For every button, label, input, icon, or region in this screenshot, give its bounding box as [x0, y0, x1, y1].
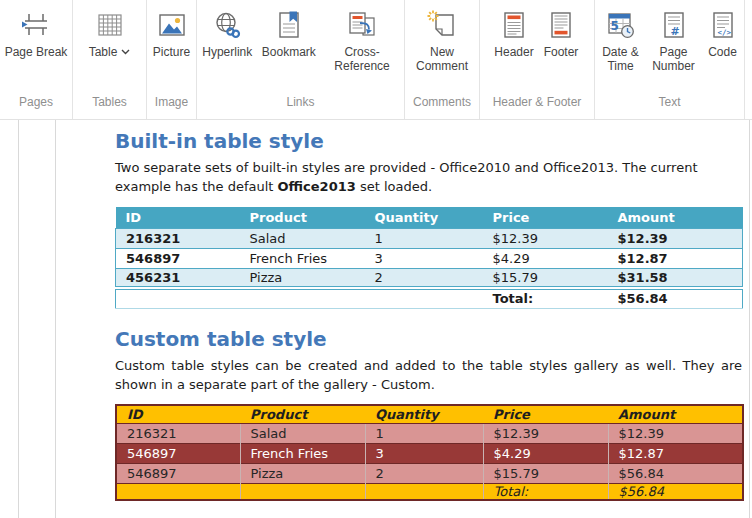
code-button[interactable]: </> Code — [703, 7, 743, 59]
table-cell[interactable]: $12.39 — [608, 424, 743, 444]
total-label-cell[interactable]: Total: — [483, 288, 608, 308]
header-icon — [498, 9, 530, 41]
code-icon: </> — [707, 9, 739, 41]
page-right-edge — [749, 120, 750, 518]
table-cell[interactable]: $4.29 — [483, 444, 608, 464]
header-cell-quantity[interactable]: Quantity — [365, 405, 483, 424]
svg-text:5: 5 — [610, 19, 618, 33]
ribbon-group-text: 5 Date & Time # Page Number — [595, 0, 745, 119]
custom-paragraph[interactable]: Custom table styles can be created and a… — [115, 356, 742, 394]
code-label: Code — [708, 45, 737, 59]
builtin-paragraph[interactable]: Two separate sets of built-in styles are… — [115, 158, 742, 196]
table-cell[interactable]: 1 — [365, 424, 483, 444]
bookmark-button[interactable]: Bookmark — [260, 7, 319, 59]
page-break-button[interactable]: Page Break — [3, 7, 69, 59]
cross-reference-button[interactable]: Cross-Reference — [320, 7, 404, 73]
hyperlink-label: Hyperlink — [202, 45, 252, 59]
picture-button[interactable]: Picture — [149, 7, 195, 59]
table-cell[interactable]: 456231 — [116, 268, 240, 288]
new-comment-button[interactable]: New Comment — [410, 7, 474, 73]
header-cell-price[interactable]: Price — [483, 405, 608, 424]
table-cell[interactable]: 3 — [365, 248, 483, 268]
table-cell[interactable]: $15.79 — [483, 268, 608, 288]
footer-button[interactable]: Footer — [539, 7, 583, 59]
table-cell[interactable]: Salad — [240, 424, 365, 444]
table-cell[interactable] — [116, 288, 240, 308]
table-cell[interactable] — [240, 484, 365, 501]
table-cell[interactable]: $56.84 — [608, 464, 743, 484]
page-content[interactable]: Built-in table style Two separate sets o… — [115, 128, 742, 501]
header-cell-id[interactable]: ID — [116, 207, 240, 228]
total-label-cell[interactable]: Total: — [483, 484, 608, 501]
builtin-section-heading[interactable]: Built-in table style — [115, 128, 742, 154]
table-cell[interactable] — [116, 484, 240, 501]
cross-reference-icon — [346, 9, 378, 41]
hyperlink-button[interactable]: Hyperlink — [197, 7, 258, 59]
table-label: Table — [89, 45, 118, 59]
table-cell[interactable]: 216321 — [116, 424, 240, 444]
custom-style-table[interactable]: ID Product Quantity Price Amount 216321 … — [115, 404, 744, 502]
total-value-cell[interactable]: $56.84 — [608, 484, 743, 501]
header-button[interactable]: Header — [491, 7, 537, 59]
table-icon — [94, 9, 126, 41]
table-cell[interactable]: $12.39 — [608, 228, 743, 248]
table-cell[interactable]: 546897 — [116, 464, 240, 484]
table-cell[interactable]: $12.87 — [608, 444, 743, 464]
table-cell[interactable]: $31.58 — [608, 268, 743, 288]
header-cell-price[interactable]: Price — [483, 207, 608, 228]
table-cell[interactable]: 2 — [365, 268, 483, 288]
table-cell[interactable]: 2 — [365, 464, 483, 484]
page-break-icon — [20, 9, 52, 41]
total-value-cell[interactable]: $56.84 — [608, 288, 743, 308]
table-cell[interactable]: Pizza — [240, 464, 365, 484]
ribbon-group-header-footer: Header Footer Header & Footer — [480, 0, 595, 119]
table-dropdown-button[interactable]: Table — [81, 7, 139, 59]
header-cell-amount[interactable]: Amount — [608, 207, 743, 228]
header-cell-product[interactable]: Product — [240, 207, 365, 228]
ribbon-group-tables: Table Tables — [73, 0, 147, 119]
table-cell[interactable] — [365, 288, 483, 308]
header-cell-product[interactable]: Product — [240, 405, 365, 424]
header-cell-id[interactable]: ID — [116, 405, 240, 424]
table-cell[interactable]: $12.39 — [483, 424, 608, 444]
date-time-button[interactable]: 5 Date & Time — [597, 7, 645, 73]
table-cell[interactable]: 546897 — [116, 248, 240, 268]
table-cell[interactable]: Pizza — [240, 268, 365, 288]
table-cell[interactable]: $12.87 — [608, 248, 743, 268]
table-cell[interactable]: 216321 — [116, 228, 240, 248]
table-cell[interactable]: Salad — [240, 228, 365, 248]
table-cell[interactable]: $15.79 — [483, 464, 608, 484]
ribbon-group-pages: Page Break Pages — [0, 0, 73, 119]
builtin-paragraph-end: set loaded. — [356, 179, 432, 194]
group-label-header-footer: Header & Footer — [480, 91, 594, 119]
footer-icon — [545, 9, 577, 41]
ribbon: Page Break Pages Table — [0, 0, 752, 120]
table-cell[interactable]: French Fries — [240, 444, 365, 464]
table-cell[interactable]: 1 — [365, 228, 483, 248]
table-cell[interactable]: 546897 — [116, 444, 240, 464]
page-break-label: Page Break — [5, 45, 68, 59]
header-cell-amount[interactable]: Amount — [608, 405, 743, 424]
table-cell[interactable]: $4.29 — [483, 248, 608, 268]
date-time-icon: 5 — [605, 9, 637, 41]
table-cell[interactable] — [240, 288, 365, 308]
custom-section-heading[interactable]: Custom table style — [115, 326, 742, 352]
svg-text:</>: </> — [717, 28, 731, 37]
page-number-label: Page Number — [647, 45, 701, 73]
table-cell[interactable]: $12.39 — [483, 228, 608, 248]
ribbon-group-links: Hyperlink Bookmark — [197, 0, 405, 119]
document-area[interactable]: Built-in table style Two separate sets o… — [0, 120, 752, 518]
builtin-style-table[interactable]: ID Product Quantity Price Amount 216321 … — [115, 207, 743, 309]
table-cell[interactable] — [365, 484, 483, 501]
table-row: 546897 French Fries 3 $4.29 $12.87 — [116, 248, 743, 268]
table-cell[interactable]: French Fries — [240, 248, 365, 268]
hyperlink-icon — [211, 9, 243, 41]
table-row: 546897 Pizza 2 $15.79 $56.84 — [116, 464, 743, 484]
page-number-button[interactable]: # Page Number — [647, 7, 701, 73]
table-cell[interactable]: 3 — [365, 444, 483, 464]
group-label-text: Text — [595, 91, 744, 119]
header-cell-quantity[interactable]: Quantity — [365, 207, 483, 228]
ribbon-group-comments: New Comment Comments — [405, 0, 480, 119]
cross-reference-label: Cross-Reference — [320, 45, 404, 73]
bookmark-icon — [273, 9, 305, 41]
